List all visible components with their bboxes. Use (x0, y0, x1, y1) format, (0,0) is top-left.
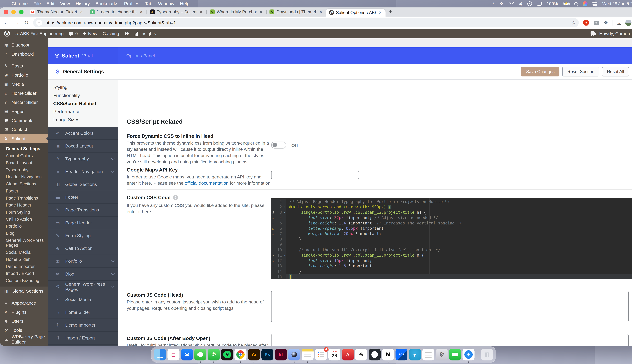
dock-icon-textedit[interactable] (422, 348, 434, 360)
sidebar-item-salient[interactable]: ♛Salient (0, 134, 48, 143)
accordion-item-typography[interactable]: ATypography (48, 152, 118, 165)
accordion-item-call-to-action[interactable]: ◈Call To Action (48, 242, 118, 255)
siri-icon[interactable] (582, 1, 588, 6)
back-button[interactable]: ← (4, 20, 9, 26)
display-icon[interactable] (537, 2, 542, 6)
submenu-item-general-wordpress-pages[interactable]: General WordPress Pages (0, 237, 48, 249)
tab-functionality[interactable]: Functionality (53, 92, 118, 100)
accordion-item-general-wordpress-pages[interactable]: ⚙General WordPress Pages (48, 280, 118, 293)
sidebar-item-dashboard[interactable]: ◔Dashboard (0, 50, 48, 59)
official-documentation-link[interactable]: official documentation (185, 180, 229, 186)
browser-tab[interactable]: ✦"I need to change the size of✕ (87, 8, 146, 16)
menu-edit[interactable]: Edit (46, 1, 54, 6)
new-content-menu[interactable]: +New (83, 31, 97, 36)
dock-icon-whatsapp[interactable]: ✆ (208, 348, 220, 360)
dock-icon-mail[interactable]: ✉ (181, 348, 193, 360)
accordion-item-page-transitions[interactable]: ↻Page Transitions (48, 204, 118, 216)
submenu-item-home-slider[interactable]: Home Slider (0, 256, 48, 263)
submenu-item-portfolio[interactable]: Portfolio (0, 223, 48, 230)
dock-icon-photobooth[interactable] (288, 348, 300, 360)
fold-arrow-icon[interactable]: ▾ (284, 210, 286, 215)
menu-history[interactable]: History (76, 1, 90, 6)
js-head-textarea[interactable] (271, 290, 628, 322)
minimize-window-button[interactable] (12, 10, 16, 14)
menu-profiles[interactable]: Profiles (124, 1, 139, 6)
menu-chrome[interactable]: Chrome (12, 1, 28, 6)
submenu-item-social-media[interactable]: Social Media (0, 249, 48, 256)
downloads-icon[interactable]: ↓ (618, 20, 621, 25)
dock-icon-github[interactable] (369, 348, 381, 360)
sidebar-item-comments[interactable]: Comments (0, 116, 48, 125)
caching-menu[interactable]: Caching (102, 31, 119, 36)
dock-icon-telegram[interactable]: ➤ (409, 348, 421, 360)
extensions-icon[interactable]: ❖ (604, 20, 608, 26)
dock-icon-chatgpt[interactable]: ✳ (355, 348, 367, 360)
menu-help[interactable]: Help (180, 1, 189, 6)
dock-icon-messages[interactable] (194, 348, 206, 360)
wp-rocket-menu[interactable]: W (125, 31, 129, 36)
dock-icon-acrobat[interactable]: A (342, 348, 354, 360)
menu-view[interactable]: View (60, 1, 70, 6)
accordion-item-portfolio[interactable]: ▦Portfolio (48, 255, 118, 268)
sidebar-item-media[interactable]: ▣Media (0, 80, 48, 89)
browser-tab[interactable]: ϟWhere Is My Purchase Code?✕ (207, 8, 266, 16)
browser-tab[interactable]: ϟDownloads | ThemeForest✕ (266, 8, 326, 16)
zoom-window-button[interactable] (19, 10, 24, 14)
accordion-item-accent-colors[interactable]: ✐Accent Colors (48, 127, 118, 140)
submenu-item-custom-branding[interactable]: Custom Branding (0, 277, 48, 284)
dropbox-icon[interactable]: ❖ (500, 1, 504, 6)
forward-button[interactable]: → (14, 20, 19, 26)
submenu-item-page-header[interactable]: Page Header (0, 202, 48, 209)
submenu-item-call-to-action[interactable]: Call To Action (0, 216, 48, 223)
sidebar-item-plugins[interactable]: ❖Plugins (0, 308, 48, 317)
comments-indicator[interactable]: 0 (69, 31, 78, 36)
site-name-link[interactable]: ⌂ABK Fire Engineering (15, 31, 64, 36)
insights-menu[interactable]: Insights (134, 31, 156, 36)
submenu-item-typography[interactable]: Typography (0, 166, 48, 174)
dock-icon-notes[interactable] (302, 348, 314, 360)
force-css-toggle[interactable] (271, 142, 286, 149)
dock-icon-indesign[interactable]: Id (275, 348, 287, 360)
sidebar-item-wpbakery-page-builder[interactable]: ☁WPBakery Page Builder (0, 335, 48, 344)
howdy-account-link[interactable]: Howdy, Cameron (599, 31, 632, 36)
accordion-item-header-navigation[interactable]: ≡Header Navigation (48, 166, 118, 178)
wifi-icon[interactable] (509, 2, 514, 6)
accordion-item-global-sections[interactable]: ▥Global Sections (48, 178, 118, 191)
close-window-button[interactable] (4, 10, 8, 14)
reset-section-button[interactable]: Reset Section (562, 67, 599, 76)
tab-performance[interactable]: Performance (53, 108, 118, 116)
sidebar-item-home-slider[interactable]: ⌂Home Slider (0, 89, 48, 98)
sidebar-item-users[interactable]: ☻Users (0, 317, 48, 326)
control-center-icon[interactable] (592, 2, 597, 6)
reload-button[interactable]: ↻ (24, 20, 28, 26)
tab-close-icon[interactable]: ✕ (318, 10, 323, 14)
submenu-item-accent-colors[interactable]: Accent Colors (0, 152, 48, 160)
tab-close-icon[interactable]: ✕ (258, 10, 264, 14)
screenshot-extension-icon[interactable] (594, 20, 599, 25)
submenu-item-general-settings[interactable]: General Settings (0, 145, 48, 152)
sidebar-item-global-sections[interactable]: ▥Global Sections (0, 286, 48, 296)
accordion-item-boxed-layout[interactable]: ▣Boxed Layout (48, 140, 118, 152)
menu-bookmarks[interactable]: Bookmarks (96, 1, 118, 6)
sidebar-item-portfolio[interactable]: ◉Portfolio (0, 70, 48, 80)
custom-css-code-editor[interactable]: 1/* Adjust Page Header Typography for Po… (271, 198, 632, 279)
fold-arrow-icon[interactable]: ▾ (284, 252, 286, 258)
menu-window[interactable]: Window (158, 1, 174, 6)
bookmark-star-icon[interactable]: ☆ (572, 20, 576, 26)
fold-arrow-icon[interactable]: ▾ (284, 204, 286, 210)
spotlight-search-icon[interactable] (574, 2, 578, 5)
accordion-item-social-media[interactable]: ✶Social Media (48, 293, 118, 306)
browser-tab[interactable]: WSalient Options ‹ ABK Fire Eng✕ (326, 9, 386, 16)
menu-file[interactable]: File (34, 1, 41, 6)
tab-styling[interactable]: Styling (53, 84, 118, 92)
submenu-item-boxed-layout[interactable]: Boxed Layout (0, 160, 48, 166)
tab-image-sizes[interactable]: Image Sizes (53, 116, 118, 124)
submenu-item-footer[interactable]: Footer (0, 188, 48, 195)
site-settings-icon[interactable]: ≡ (36, 20, 42, 26)
wp-logo[interactable]: W (4, 31, 10, 36)
browser-tab[interactable]: ◆Typography – Salient Docume✕ (147, 8, 206, 16)
sidebar-item-posts[interactable]: ✎Posts (0, 62, 48, 70)
submenu-item-demo-importer[interactable]: Demo Importer (0, 263, 48, 270)
dock-icon-calendar[interactable]: WED28 (328, 348, 340, 360)
dock-icon-reminders[interactable]: 4 (315, 348, 327, 360)
